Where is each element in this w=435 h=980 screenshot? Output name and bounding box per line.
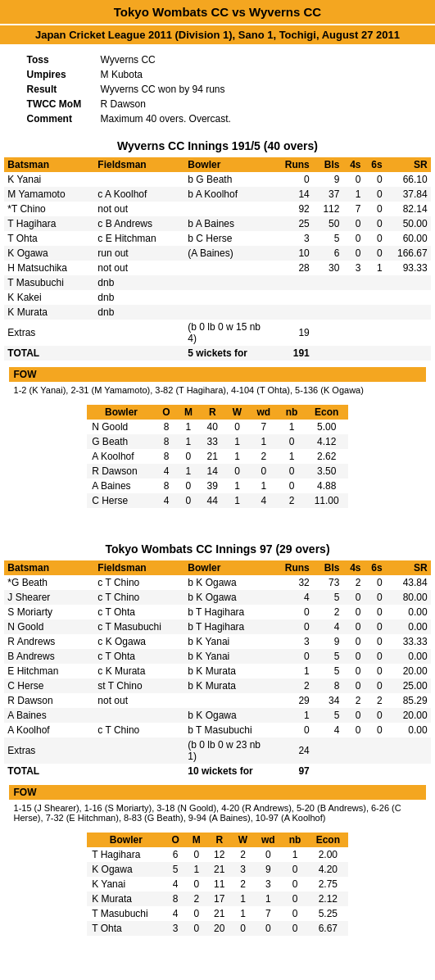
fieldsman-cell: c T Ohta: [94, 605, 184, 619]
sixes-cell: 0: [365, 187, 386, 202]
econ-cell: 2.75: [308, 877, 348, 892]
bowler-cell: b K Yanai: [184, 649, 274, 664]
fieldsman-cell: dnb: [94, 305, 184, 320]
extras-label: Extras: [4, 320, 94, 346]
wides-cell: 0: [254, 921, 282, 936]
noballs-cell: 1: [282, 847, 308, 862]
bls-cell: 5: [313, 590, 343, 605]
fours-cell: 2: [342, 693, 364, 708]
overs-cell: 8: [165, 892, 185, 906]
batsman-cell: R Dawson: [4, 693, 94, 708]
runs-cell: 20: [207, 921, 232, 936]
fieldsman-cell: c T Chino: [94, 723, 184, 737]
batsman-cell: B Andrews: [4, 649, 94, 664]
bls-cell: 73: [313, 575, 343, 590]
fours-cell: 0: [342, 590, 364, 605]
col-sr-hdr2: SR: [386, 560, 431, 575]
batsman-cell: T Ohta: [4, 231, 94, 246]
bowl-col-wd: wd: [249, 405, 279, 420]
innings2-title: Tokyo Wombats CC Innings 97 (29 overs): [0, 542, 435, 556]
batsman-cell: C Herse: [4, 678, 94, 693]
total-detail: 5 wickets for: [184, 346, 274, 361]
bls-cell: 37: [313, 187, 343, 202]
runs-cell: 0: [274, 172, 312, 187]
toss-row: Toss Wyverns CC: [22, 52, 414, 67]
innings2-table: Batsman Fieldsman Bowler Runs Bls 4s 6s …: [4, 560, 430, 778]
sr-cell: 50.00: [386, 216, 431, 231]
runs-cell: 1: [274, 708, 312, 723]
runs-cell: 3: [274, 634, 312, 649]
bowl-col-econ: Econ: [306, 405, 348, 420]
match-title: Tokyo Wombats CC vs Wyverns CC: [114, 5, 321, 19]
noballs-cell: 0: [279, 434, 306, 449]
fieldsman-cell: not out: [94, 202, 184, 216]
runs-cell: 39: [200, 479, 225, 493]
fieldsman-cell: not out: [94, 261, 184, 275]
overs-cell: 4: [156, 493, 177, 508]
col-6s-hdr: 6s: [365, 157, 386, 172]
runs-cell: 0: [274, 605, 312, 619]
sixes-cell: [365, 305, 386, 320]
table-row: R Dawson not out 29 34 2 2 85.29: [4, 693, 430, 708]
bowler-name: K Yanai: [87, 877, 165, 892]
overs-cell: 8: [156, 479, 177, 493]
sixes-cell: 0: [365, 216, 386, 231]
fieldsman-cell: c A Koolhof: [94, 187, 184, 202]
bowl2-col-o: O: [165, 833, 185, 847]
sixes-cell: 0: [365, 605, 386, 619]
subtitle-bar: Japan Cricket League 2011 (Division 1), …: [0, 24, 435, 44]
col-sr-hdr: SR: [386, 157, 431, 172]
fours-cell: 0: [342, 246, 364, 261]
toss-label: Toss: [22, 52, 96, 67]
total-row: TOTAL 10 wickets for 97: [4, 764, 430, 778]
sixes-cell: 0: [365, 634, 386, 649]
sixes-cell: 0: [365, 172, 386, 187]
col-bowler-hdr: Bowler: [184, 157, 274, 172]
runs-cell: 28: [274, 261, 312, 275]
wickets-cell: 2: [232, 877, 255, 892]
bls-cell: 4: [313, 619, 343, 634]
sr-cell: 166.67: [386, 246, 431, 261]
mom-label: TWCC MoM: [22, 97, 96, 111]
bowl2-col-nb: nb: [282, 833, 308, 847]
col-4s-hdr: 4s: [342, 157, 364, 172]
fow2-label: FOW: [9, 785, 427, 800]
fours-cell: 0: [342, 664, 364, 678]
sixes-cell: 2: [365, 693, 386, 708]
sr-cell: 82.14: [386, 202, 431, 216]
sixes-cell: 0: [365, 246, 386, 261]
fieldsman-cell: c T Masubuchi: [94, 619, 184, 634]
bowl2-col-bowler: Bowler: [87, 833, 165, 847]
maidens-cell: 0: [177, 493, 199, 508]
runs-cell: 0: [274, 619, 312, 634]
overs-cell: 8: [156, 434, 177, 449]
bowler-name: K Ogawa: [87, 862, 165, 877]
list-item: K Yanai 4 0 11 2 3 0 2.75: [87, 877, 348, 892]
batsman-cell: R Andrews: [4, 634, 94, 649]
list-item: K Ogawa 5 1 21 3 9 0 4.20: [87, 862, 348, 877]
col-runs-hdr: Runs: [274, 157, 312, 172]
title-bar: Tokyo Wombats CC vs Wyverns CC: [0, 0, 435, 24]
wickets-cell: 1: [225, 479, 249, 493]
runs-cell: 25: [274, 216, 312, 231]
bowler-name: K Murata: [87, 892, 165, 906]
econ-cell: 2.62: [306, 449, 348, 464]
bowl-col-r: R: [200, 405, 225, 420]
bowler-cell: b K Yanai: [184, 634, 274, 649]
bowl2-col-w: W: [232, 833, 255, 847]
bowler-cell: b K Murata: [184, 678, 274, 693]
batsman-cell: S Moriarty: [4, 605, 94, 619]
table-row: T Hagihara c B Andrews b A Baines 25 50 …: [4, 216, 430, 231]
maidens-cell: 0: [186, 906, 207, 921]
bowl-col-bowler: Bowler: [87, 405, 156, 420]
fours-cell: 0: [342, 634, 364, 649]
noballs-cell: 0: [282, 892, 308, 906]
sixes-cell: 0: [365, 723, 386, 737]
bls-cell: 34: [313, 693, 343, 708]
fow1-text: 1-2 (K Yanai), 2-31 (M Yamamoto), 3-82 (…: [9, 383, 427, 397]
innings1-title: Wyverns CC Innings 191/5 (40 overs): [0, 139, 435, 152]
bls-cell: [313, 290, 343, 305]
wides-cell: 1: [249, 479, 279, 493]
bowler-cell: [184, 290, 274, 305]
fours-cell: 1: [342, 187, 364, 202]
